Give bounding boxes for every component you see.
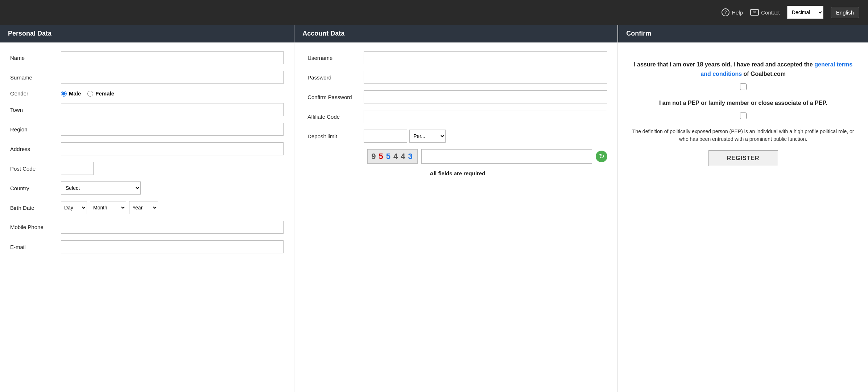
assurance-checkbox[interactable] <box>740 83 747 90</box>
personal-data-header: Personal Data <box>0 25 294 42</box>
assurance-checkbox-row <box>628 83 858 90</box>
confirm-section: Confirm I assure that i am over 18 years… <box>618 25 868 392</box>
region-input[interactable] <box>61 123 284 136</box>
pep-text: I am not a PEP or family member or close… <box>628 99 858 107</box>
email-input[interactable] <box>61 240 284 253</box>
gender-female-radio[interactable] <box>87 91 93 97</box>
country-select[interactable]: Select <box>61 181 141 195</box>
surname-row: Surname <box>10 71 284 84</box>
town-input[interactable] <box>61 103 284 116</box>
name-row: Name <box>10 51 284 64</box>
surname-label: Surname <box>10 74 61 81</box>
gender-row: Gender Male Female <box>10 90 284 97</box>
gender-female-option[interactable]: Female <box>87 90 114 97</box>
captcha-char-2: 5 <box>379 152 384 161</box>
country-row: Country Select <box>10 181 284 195</box>
gender-male-radio[interactable] <box>61 91 67 97</box>
confirm-password-input[interactable] <box>364 90 607 103</box>
region-row: Region <box>10 123 284 136</box>
personal-data-section: Personal Data Name Surname Gender Male <box>0 25 294 392</box>
contact-label: Contact <box>761 9 780 16</box>
username-row: Username <box>307 51 607 64</box>
postcode-label: Post Code <box>10 166 61 172</box>
register-button[interactable]: REGISTER <box>708 150 778 166</box>
affiliate-code-label: Affiliate Code <box>307 114 364 120</box>
mobile-phone-input[interactable] <box>61 221 284 234</box>
navbar: ? Help ✉ Contact Decimal Fractional Amer… <box>0 0 868 25</box>
affiliate-code-input[interactable] <box>364 110 607 123</box>
contact-button[interactable]: ✉ Contact <box>750 9 780 16</box>
password-label: Password <box>307 74 364 81</box>
address-label: Address <box>10 146 61 152</box>
captcha-char-1: 9 <box>371 152 377 161</box>
email-row: E-mail <box>10 240 284 253</box>
name-label: Name <box>10 55 61 61</box>
confirm-password-label: Confirm Password <box>307 94 364 100</box>
username-label: Username <box>307 55 364 61</box>
account-data-section: Account Data Username Password Confirm P… <box>294 25 617 392</box>
deposit-euro-wrapper <box>364 130 407 143</box>
help-label: Help <box>732 9 743 16</box>
password-input[interactable] <box>364 71 607 84</box>
deposit-limit-row: Deposit limit Per... Per day Per week Pe… <box>307 130 607 143</box>
address-input[interactable] <box>61 142 284 155</box>
account-data-body: Username Password Confirm Password Affil… <box>294 51 617 187</box>
pep-description: The definition of politically exposed pe… <box>628 128 858 143</box>
birthdate-year-select[interactable]: Year <box>129 201 158 214</box>
all-fields-required: All fields are required <box>307 170 607 176</box>
language-button[interactable]: English <box>831 7 859 18</box>
captcha-image: 9 5 5 4 4 3 <box>367 149 418 164</box>
captcha-char-3: 5 <box>386 152 392 161</box>
gender-male-label: Male <box>69 90 81 97</box>
captcha-char-5: 4 <box>401 152 406 161</box>
confirm-body: I assure that i am over 18 years old, i … <box>618 51 868 175</box>
captcha-char-6: 3 <box>408 152 413 161</box>
main-content: Personal Data Name Surname Gender Male <box>0 25 868 392</box>
captcha-char-4: 4 <box>393 152 399 161</box>
postcode-row: Post Code <box>10 162 284 175</box>
help-button[interactable]: ? Help <box>722 8 743 16</box>
birthdate-row: Birth Date Day Month Year <box>10 201 284 214</box>
country-label: Country <box>10 185 61 191</box>
name-input[interactable] <box>61 51 284 64</box>
postcode-input[interactable] <box>61 162 94 175</box>
gender-group: Male Female <box>61 90 114 97</box>
pep-checkbox[interactable] <box>740 113 747 119</box>
decimal-select-wrapper[interactable]: Decimal Fractional American <box>787 6 823 19</box>
password-row: Password <box>307 71 607 84</box>
town-row: Town <box>10 103 284 116</box>
deposit-limit-label: Deposit limit <box>307 133 364 139</box>
register-button-wrapper: REGISTER <box>628 143 858 166</box>
birthdate-day-select[interactable]: Day <box>61 201 87 214</box>
affiliate-code-row: Affiliate Code <box>307 110 607 123</box>
deposit-period-select[interactable]: Per... Per day Per week Per month <box>409 130 446 143</box>
region-label: Region <box>10 126 61 132</box>
question-icon: ? <box>722 8 729 16</box>
confirm-header: Confirm <box>618 25 868 42</box>
deposit-amount-input[interactable] <box>364 130 407 143</box>
assurance-text: I assure that i am over 18 years old, i … <box>628 60 858 78</box>
captcha-refresh-button[interactable]: ↻ <box>596 151 607 162</box>
pep-checkbox-row <box>628 113 858 119</box>
personal-data-body: Name Surname Gender Male Femal <box>0 51 294 270</box>
surname-input[interactable] <box>61 71 284 84</box>
confirm-password-row: Confirm Password <box>307 90 607 103</box>
birthdate-group: Day Month Year <box>61 201 158 214</box>
gender-male-option[interactable]: Male <box>61 90 81 97</box>
mobile-phone-label: Mobile Phone <box>10 224 61 231</box>
chat-icon: ✉ <box>750 9 759 16</box>
terms-link[interactable]: general terms and conditions <box>700 61 852 77</box>
captcha-input[interactable] <box>421 149 592 164</box>
decimal-select[interactable]: Decimal Fractional American <box>787 6 823 19</box>
birthdate-month-select[interactable]: Month <box>90 201 126 214</box>
email-label: E-mail <box>10 244 61 250</box>
mobile-phone-row: Mobile Phone <box>10 221 284 234</box>
gender-label: Gender <box>10 90 61 97</box>
username-input[interactable] <box>364 51 607 64</box>
town-label: Town <box>10 107 61 113</box>
birthdate-label: Birth Date <box>10 205 61 211</box>
captcha-row: 9 5 5 4 4 3 ↻ <box>307 149 607 164</box>
gender-female-label: Female <box>95 90 114 97</box>
account-data-header: Account Data <box>294 25 617 42</box>
address-row: Address <box>10 142 284 155</box>
